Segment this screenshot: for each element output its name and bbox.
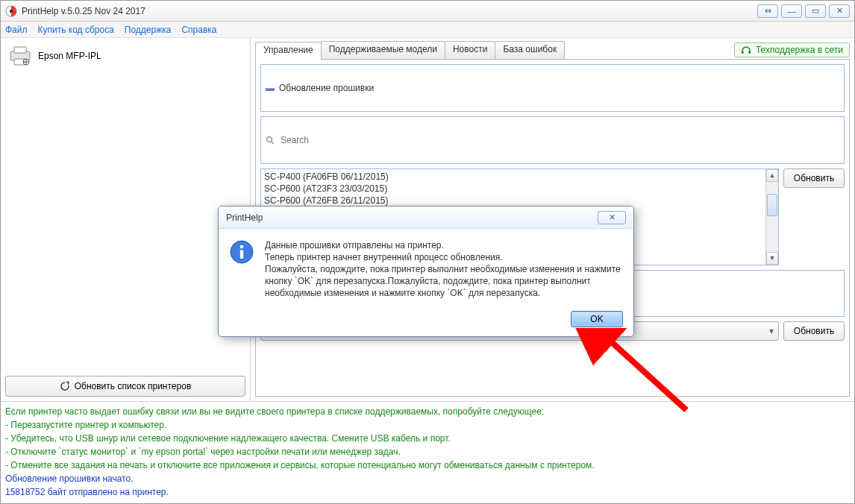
info-dialog: PrintHelp ✕ Данные прошивки отправлены н… (218, 206, 634, 337)
hint-3: - Отключите `статус монитор` и `my epson… (5, 445, 850, 459)
firmware-section-field[interactable]: ▬ Обновление прошивки (260, 64, 845, 112)
reverse-button[interactable]: ⇔ (757, 4, 778, 18)
menubar: Файл Купить код сброса Поддержка Справка (1, 22, 854, 38)
support-online-pill[interactable]: Техподдержка в сети (734, 42, 850, 57)
svg-point-1 (10, 9, 13, 12)
hint-intro: Если принтер часто выдает ошибку связи и… (5, 405, 850, 418)
svg-rect-12 (240, 250, 243, 259)
support-online-label: Техподдержка в сети (756, 45, 843, 55)
svg-rect-6 (742, 51, 744, 54)
list-item[interactable]: SC-P400 (FA06FB 06/11/2015) (264, 171, 762, 183)
app-window: PrintHelp v.5.0.25 Nov 24 2017 ⇔ — ▭ ✕ Ф… (0, 0, 855, 504)
search-input[interactable] (279, 134, 839, 146)
menu-support[interactable]: Поддержка (125, 25, 172, 35)
listbox-scrollbar[interactable]: ▲ ▼ (765, 169, 778, 265)
hint-1: - Перезапустите принтер и компьютер. (5, 418, 850, 432)
dialog-text: Данные прошивки отправлены на принтер. Т… (265, 239, 623, 299)
footer: Если принтер часто выдает ошибку связи и… (1, 401, 854, 503)
tab-errors[interactable]: База ошибок (495, 41, 565, 59)
scroll-track[interactable] (766, 182, 778, 252)
dialog-close-button[interactable]: ✕ (598, 211, 626, 224)
tab-manage[interactable]: Управление (255, 42, 322, 60)
printer-name: Epson MFP-IPL (38, 51, 101, 61)
maximize-button[interactable]: ▭ (805, 4, 826, 18)
menu-file[interactable]: Файл (5, 25, 28, 35)
tab-news[interactable]: Новости (445, 41, 495, 59)
minimize-button[interactable]: — (781, 4, 802, 18)
svg-point-11 (240, 245, 244, 249)
svg-point-8 (267, 136, 272, 142)
menu-buy[interactable]: Купить код сброса (38, 25, 114, 35)
log-2: 15818752 байт отправлено на принтер. (5, 485, 850, 499)
update-firmware-button[interactable]: Обновить (783, 321, 845, 341)
search-icon (266, 136, 275, 145)
left-pane: Epson MFP-IPL Обновить список принтеров (1, 38, 251, 401)
window-title: PrintHelp v.5.0.25 Nov 24 2017 (22, 6, 145, 16)
info-icon (229, 239, 254, 265)
printer-row[interactable]: Epson MFP-IPL (5, 42, 245, 69)
app-icon (5, 5, 17, 17)
firmware-section-label: Обновление прошивки (279, 83, 374, 93)
refresh-printers-button[interactable]: Обновить список принтеров (5, 376, 245, 397)
scroll-up-button[interactable]: ▲ (766, 169, 778, 182)
dialog-title: PrintHelp (226, 212, 598, 223)
log-1: Обновление прошивки начато. (5, 472, 850, 485)
dialog-titlebar: PrintHelp ✕ (219, 207, 633, 229)
tabs-row: Управление Поддерживаемые модели Новости… (255, 41, 850, 59)
update-list-button[interactable]: Обновить (783, 168, 845, 188)
chevron-down-icon: ▾ (769, 326, 774, 336)
refresh-printers-label: Обновить список принтеров (75, 381, 192, 391)
hint-4: - Отмените все задания на печать и отклю… (5, 459, 850, 472)
refresh-icon (60, 381, 70, 391)
list-item[interactable]: SC-P600 (AT26FB 26/11/2015) (264, 195, 762, 207)
hint-2: - Убедитесь, что USB шнур или сетевое по… (5, 432, 850, 445)
close-button[interactable]: ✕ (829, 4, 850, 18)
dialog-line-3: Пожалуйста, подождите, пока принтер выпо… (265, 263, 623, 299)
menu-help[interactable]: Справка (181, 25, 216, 35)
titlebar: PrintHelp v.5.0.25 Nov 24 2017 ⇔ — ▭ ✕ (1, 1, 854, 22)
list-item[interactable]: SC-P600 (AT23F3 23/03/2015) (264, 183, 762, 195)
svg-rect-3 (14, 47, 26, 53)
dialog-line-2: Теперь принтер начнет внутренний процесс… (265, 251, 623, 263)
tab-models[interactable]: Поддерживаемые модели (321, 41, 445, 59)
search-field[interactable] (260, 116, 845, 164)
dialog-line-1: Данные прошивки отправлены на принтер. (265, 239, 623, 251)
dialog-ok-button[interactable]: OK (571, 311, 623, 327)
svg-line-9 (272, 142, 274, 144)
scroll-thumb[interactable] (767, 194, 777, 216)
svg-rect-7 (748, 51, 751, 54)
scroll-down-button[interactable]: ▼ (766, 252, 778, 265)
headset-icon (741, 45, 751, 55)
printer-icon (8, 45, 32, 66)
tabs: Управление Поддерживаемые модели Новости… (255, 41, 564, 59)
minus-icon: ▬ (266, 83, 275, 93)
